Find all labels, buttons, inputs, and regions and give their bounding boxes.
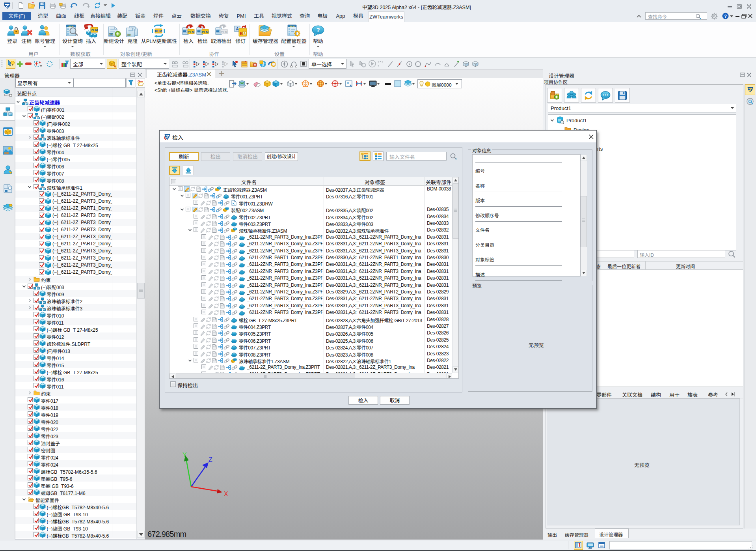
svg-text:PLM: PLM	[109, 33, 113, 35]
svg-text:?: ?	[724, 14, 727, 19]
svg-text:B: B	[240, 32, 242, 36]
svg-text:PLM: PLM	[202, 30, 209, 34]
svg-text:PLM: PLM	[221, 30, 227, 34]
svg-text:PLM: PLM	[188, 30, 194, 34]
svg-text:A: A	[236, 27, 238, 31]
svg-text:X: X	[224, 491, 228, 496]
svg-text:Z: Z	[209, 456, 212, 463]
svg-text:Y: Y	[182, 452, 187, 458]
svg-text:PLM: PLM	[127, 34, 131, 36]
svg-text:PLM: PLM	[69, 25, 74, 28]
svg-text:PLM: PLM	[91, 28, 98, 32]
svg-text:?: ?	[316, 26, 320, 33]
svg-text:PLM: PLM	[155, 29, 162, 33]
svg-text:PLM: PLM	[290, 25, 295, 28]
